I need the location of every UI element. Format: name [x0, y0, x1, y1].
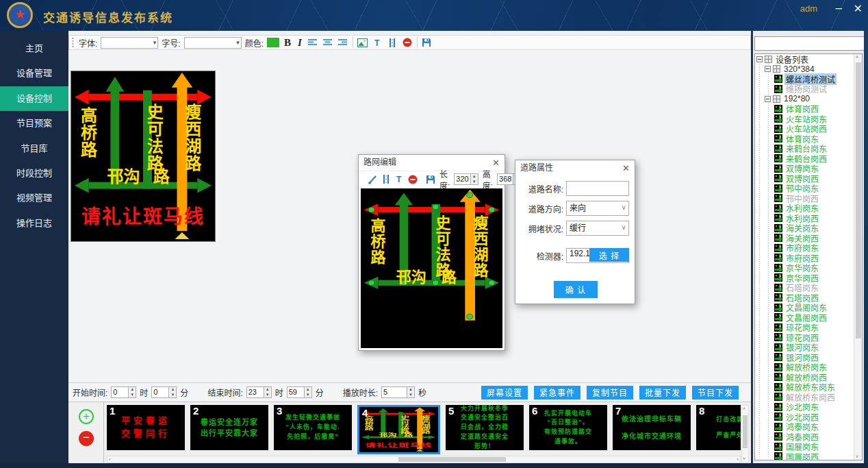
device-node[interactable]: 维扬岗测试 — [755, 84, 854, 95]
add-program-button[interactable]: + — [79, 409, 94, 424]
minimize-icon[interactable]: – — [836, 1, 842, 15]
spinner-up-icon[interactable]: ▲ — [471, 174, 478, 180]
scrollbar-thumb[interactable] — [856, 62, 861, 338]
road-handle[interactable] — [489, 207, 495, 212]
road-segment-icon[interactable] — [381, 173, 391, 185]
end-hour-value[interactable]: 23 — [246, 386, 264, 398]
insert-text-icon[interactable]: T — [372, 37, 383, 49]
start-hour-value[interactable]: 0 — [111, 386, 129, 398]
close-icon[interactable]: ✕ — [622, 163, 630, 173]
tree-root-node[interactable]: 设备列表 — [755, 54, 854, 64]
road-network-icon[interactable] — [387, 37, 398, 49]
sidebar-item-2[interactable]: 设备管理 — [0, 61, 68, 86]
road-handle[interactable] — [368, 280, 374, 285]
spinner-down-icon[interactable]: ▼ — [264, 393, 271, 398]
start-minute-value[interactable]: 0 — [151, 386, 169, 398]
device-node[interactable]: 国展岗西 — [755, 452, 854, 460]
control-button-1[interactable]: 屏幕设置 — [481, 386, 528, 399]
scrollbar-thumb[interactable] — [743, 415, 748, 448]
road-direction-select[interactable]: 来向˅ — [566, 201, 629, 216]
spinner-up-icon[interactable]: ▲ — [407, 387, 414, 393]
sidebar-item-5[interactable]: 节目库 — [0, 136, 68, 161]
align-center-icon[interactable] — [322, 37, 334, 49]
road-handle[interactable] — [433, 204, 439, 209]
collapse-toggle-icon[interactable] — [756, 56, 763, 62]
control-button-3[interactable]: 复制节目 — [587, 386, 633, 399]
road-handle[interactable] — [368, 207, 374, 212]
road-name-input[interactable] — [566, 181, 629, 196]
spinner-down-icon[interactable]: ▼ — [305, 393, 311, 398]
road-handle[interactable] — [433, 280, 439, 285]
spinner-up-icon[interactable]: ▲ — [129, 387, 136, 393]
italic-button[interactable]: I — [296, 37, 304, 49]
congestion-select[interactable]: 缓行˅ — [566, 221, 629, 236]
collapse-toggle-icon[interactable] — [765, 66, 771, 72]
design-canvas[interactable]: 高桥路史可法路瘦西湖路邗沟路请礼让斑马线 路网编辑 ✕ T — [68, 50, 751, 382]
duration-value[interactable]: 5 — [381, 386, 407, 398]
close-icon[interactable]: ✕ — [854, 2, 863, 15]
spinner-down-icon[interactable]: ▼ — [471, 180, 478, 185]
playlist-item-2[interactable]: 2春运安全连万家出行平安靠大家 — [190, 405, 268, 450]
scrollbar-thumb[interactable] — [398, 457, 506, 462]
duration-spinner[interactable]: 5▲▼ — [381, 386, 415, 398]
select-button[interactable]: 选 择 — [589, 248, 629, 262]
collapse-toggle-icon[interactable] — [765, 96, 771, 102]
playlist-item-3[interactable]: 3发生轻微交通事故“人未伤，车能动.先拍照，后撤离” — [274, 405, 352, 450]
playlist-item-4[interactable]: 4高桥路史可法路瘦西湖路邗沟路请礼让斑马线 — [357, 405, 440, 454]
playlist-vertical-scrollbar[interactable]: ˄ ˅ — [741, 405, 749, 463]
spinner-down-icon[interactable]: ▼ — [129, 393, 136, 398]
color-swatch[interactable] — [267, 38, 279, 47]
road-handle[interactable] — [467, 314, 473, 319]
spinner-down-icon[interactable]: ▼ — [169, 393, 176, 398]
playlist-item-6[interactable]: 6扎实开展电动车“百日整治”，有效预防道路交通事故。 — [529, 405, 607, 450]
control-button-5[interactable]: 节目下发 — [692, 386, 739, 399]
scroll-left-icon[interactable]: ‹ — [109, 456, 111, 463]
scroll-up-icon[interactable]: ˄ — [743, 406, 745, 411]
delete-icon[interactable] — [408, 173, 418, 185]
scroll-right-icon[interactable]: › — [737, 456, 739, 463]
sidebar-item-6[interactable]: 时段控制 — [0, 161, 68, 186]
control-button-2[interactable]: 紧急事件 — [534, 386, 580, 399]
road-handle[interactable] — [467, 193, 473, 197]
spinner-up-icon[interactable]: ▲ — [169, 387, 176, 393]
height-value[interactable]: 368 — [497, 173, 513, 185]
scroll-up-icon[interactable]: ˄ — [856, 55, 858, 60]
playlist-item-1[interactable]: 1平安春运交警同行 — [107, 405, 185, 450]
insert-image-icon[interactable] — [357, 37, 368, 49]
end-hour-spinner[interactable]: 23▲▼ — [246, 386, 272, 398]
spinner-up-icon[interactable]: ▲ — [305, 387, 311, 393]
control-button-4[interactable]: 批量下发 — [639, 386, 686, 399]
draw-road-icon[interactable] — [368, 173, 377, 185]
search-input[interactable] — [754, 36, 866, 51]
bold-button[interactable]: B — [283, 37, 292, 49]
close-icon[interactable]: ✕ — [492, 158, 500, 168]
editor-canvas[interactable]: 高桥路史可法路瘦西湖路邗沟路 — [361, 188, 502, 348]
font-combobox[interactable]: ▾ — [101, 37, 158, 49]
remove-program-button[interactable]: − — [79, 431, 94, 446]
start-hour-spinner[interactable]: 0▲▼ — [111, 386, 136, 398]
save-icon[interactable] — [426, 173, 435, 185]
sidebar-item-4[interactable]: 节目预案 — [0, 111, 68, 136]
text-tool-icon[interactable]: T — [395, 173, 404, 185]
length-value[interactable]: 320 — [454, 173, 470, 185]
spinner-down-icon[interactable]: ▼ — [407, 393, 414, 398]
scroll-down-icon[interactable]: ˅ — [743, 456, 745, 461]
align-right-icon[interactable] — [337, 37, 349, 49]
start-minute-spinner[interactable]: 0▲▼ — [151, 386, 177, 398]
playlist-item-7[interactable]: 7依法治理非标车辆净化城市交通环境 — [613, 405, 691, 450]
save-icon[interactable] — [421, 37, 433, 49]
editor-road-network[interactable]: 高桥路史可法路瘦西湖路邗沟路 — [361, 188, 502, 329]
sidebar-item-8[interactable]: 操作日志 — [0, 211, 68, 236]
playlist-item-5[interactable]: 5大力开展秋冬季交通安全整治百日会战，全力稳定道路交通安全形势！ — [446, 405, 524, 450]
sidebar-item-1[interactable]: 主页 — [0, 36, 68, 61]
confirm-button[interactable]: 确 认 — [554, 281, 598, 298]
road-handle[interactable] — [489, 280, 495, 285]
spinner-up-icon[interactable]: ▲ — [264, 387, 271, 393]
sidebar-item-3[interactable]: 设备控制 — [0, 86, 68, 111]
playlist-item-8[interactable]: 8打击改装“炸严查严处“机 — [696, 405, 741, 450]
delete-icon[interactable] — [402, 37, 413, 49]
end-minute-value[interactable]: 59 — [287, 386, 305, 398]
end-minute-spinner[interactable]: 59▲▼ — [287, 386, 312, 398]
length-spinner[interactable]: 320▲▼ — [454, 173, 478, 185]
tree-scrollbar[interactable]: ˄ ˅ — [854, 54, 862, 460]
